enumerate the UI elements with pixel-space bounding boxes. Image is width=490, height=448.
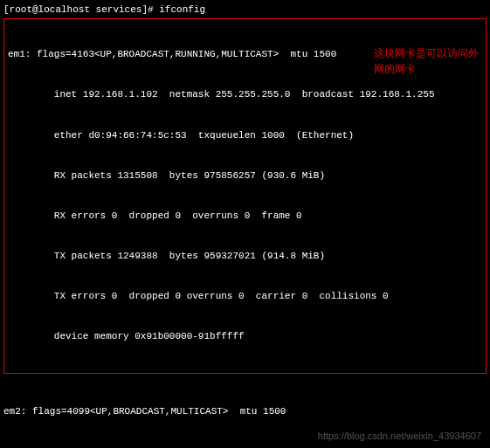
- em1-rx-errors: RX errors 0 dropped 0 overruns 0 frame 0: [8, 210, 482, 223]
- em1-tx-errors: TX errors 0 dropped 0 overruns 0 carrier…: [8, 290, 482, 303]
- watermark-text: https://blog.csdn.net/weixin_43934607: [318, 430, 481, 443]
- interface-em1-box: em1: flags=4163<UP,BROADCAST,RUNNING,MUL…: [3, 18, 487, 373]
- shell-prompt: [root@localhost services]# ifconfig: [3, 3, 487, 17]
- em1-inet: inet 192.168.1.102 netmask 255.255.255.0…: [8, 88, 482, 101]
- em2-header: em2: flags=4099<UP,BROADCAST,MULTICAST> …: [3, 405, 487, 418]
- annotation-em1: 这块网卡是可以访问外网的网卡: [374, 45, 479, 77]
- em1-tx-packets: TX packets 1249388 bytes 959327021 (914.…: [8, 250, 482, 263]
- em1-rx-packets: RX packets 1315508 bytes 975856257 (930.…: [8, 169, 482, 183]
- em1-ether: ether d0:94:66:74:5c:53 txqueuelen 1000 …: [8, 129, 482, 142]
- em1-device-memory: device memory 0x91b00000-91bfffff: [8, 330, 482, 343]
